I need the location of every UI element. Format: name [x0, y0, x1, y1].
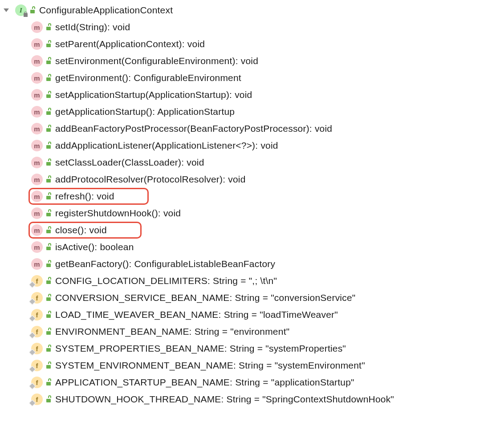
field-icon: f [31, 275, 43, 287]
field-icon: f [31, 377, 43, 388]
method-icon: m [31, 241, 43, 253]
node-label: setApplicationStartup(ApplicationStartup… [55, 89, 252, 100]
method-icon: m [31, 123, 43, 134]
tree-node-method[interactable]: msetParent(ApplicationContext): void [4, 36, 500, 53]
method-icon: m [31, 72, 43, 84]
method-icon: m [31, 191, 43, 202]
tree-node-method[interactable]: msetClassLoader(ClassLoader): void [4, 154, 500, 171]
node-label: addProtocolResolver(ProtocolResolver): v… [55, 174, 246, 185]
method-icon: m [31, 174, 43, 185]
unlocked-icon [45, 75, 52, 81]
structure-tree: IConfigurableApplicationContextmsetId(St… [4, 2, 500, 408]
tree-node-method[interactable]: mgetBeanFactory(): ConfigurableListableB… [4, 256, 500, 272]
tree-node-method[interactable]: mgetEnvironment(): ConfigurableEnvironme… [4, 69, 500, 86]
unlocked-icon [45, 295, 52, 301]
node-label: SYSTEM_PROPERTIES_BEAN_NAME: String = "s… [55, 343, 346, 354]
node-label: getEnvironment(): ConfigurableEnvironmen… [55, 73, 241, 83]
node-label: LOAD_TIME_WEAVER_BEAN_NAME: String = "lo… [55, 309, 338, 320]
node-label: ENVIRONMENT_BEAN_NAME: String = "environ… [55, 326, 289, 337]
unlocked-icon [45, 312, 52, 318]
tree-node-field[interactable]: fSYSTEM_PROPERTIES_BEAN_NAME: String = "… [4, 340, 500, 357]
unlocked-icon [45, 278, 52, 284]
unlocked-icon [45, 159, 52, 166]
tree-node-method[interactable]: msetId(String): void [4, 19, 500, 36]
method-icon: m [31, 89, 43, 101]
unlocked-icon [45, 109, 52, 115]
unlocked-icon [45, 176, 52, 183]
node-label: SYSTEM_ENVIRONMENT_BEAN_NAME: String = "… [55, 360, 365, 371]
node-label: ConfigurableApplicationContext [39, 5, 173, 16]
node-label: CONVERSION_SERVICE_BEAN_NAME: String = "… [55, 292, 355, 303]
node-label: setId(String): void [55, 22, 130, 32]
unlocked-icon [45, 24, 52, 30]
method-icon: m [31, 207, 43, 219]
tree-node-field[interactable]: fCONVERSION_SERVICE_BEAN_NAME: String = … [4, 289, 500, 306]
unlocked-icon [45, 329, 52, 335]
method-icon: m [31, 38, 43, 50]
node-label: registerShutdownHook(): void [55, 208, 181, 219]
field-icon: f [31, 309, 43, 320]
tree-node-method[interactable]: misActive(): boolean [4, 239, 500, 256]
tree-node-field[interactable]: fCONFIG_LOCATION_DELIMITERS: String = ",… [4, 272, 500, 289]
node-label: CONFIG_LOCATION_DELIMITERS: String = ",;… [55, 276, 277, 286]
method-icon: m [31, 140, 43, 151]
node-label: isActive(): boolean [55, 242, 134, 252]
tree-node-field[interactable]: fLOAD_TIME_WEAVER_BEAN_NAME: String = "l… [4, 306, 500, 323]
method-icon: m [31, 224, 43, 236]
tree-node-field[interactable]: fSYSTEM_ENVIRONMENT_BEAN_NAME: String = … [4, 357, 500, 374]
node-label: setEnvironment(ConfigurableEnvironment):… [55, 56, 258, 66]
field-icon: f [31, 292, 43, 304]
tree-node-method[interactable]: maddProtocolResolver(ProtocolResolver): … [4, 171, 500, 188]
tree-node-method[interactable]: mrefresh(): void [4, 188, 500, 205]
tree-node-method[interactable]: mregisterShutdownHook(): void [4, 205, 500, 222]
interface-icon: I [15, 4, 27, 16]
node-label: setParent(ApplicationContext): void [55, 39, 205, 49]
tree-node-field[interactable]: fENVIRONMENT_BEAN_NAME: String = "enviro… [4, 323, 500, 340]
unlocked-icon [45, 126, 52, 132]
node-label: close(): void [55, 225, 107, 235]
tree-node-method[interactable]: mgetApplicationStartup(): ApplicationSta… [4, 103, 500, 120]
unlocked-icon [45, 396, 52, 402]
tree-node-method[interactable]: mclose(): void [4, 222, 500, 239]
field-icon: f [31, 393, 43, 405]
node-label: SHUTDOWN_HOOK_THREAD_NAME: String = "Spr… [55, 394, 394, 405]
method-icon: m [31, 258, 43, 270]
method-icon: m [31, 21, 43, 33]
unlocked-icon [45, 142, 52, 149]
tree-node-method[interactable]: maddApplicationListener(ApplicationListe… [4, 137, 500, 154]
node-label: getBeanFactory(): ConfigurableListableBe… [55, 259, 275, 269]
node-label: addApplicationListener(ApplicationListen… [55, 140, 278, 151]
field-icon: f [31, 343, 43, 354]
tree-node-method[interactable]: maddBeanFactoryPostProcessor(BeanFactory… [4, 120, 500, 137]
unlocked-icon [45, 261, 52, 267]
node-label: APPLICATION_STARTUP_BEAN_NAME: String = … [55, 377, 354, 388]
unlocked-icon [45, 41, 52, 47]
disclosure-triangle-icon[interactable] [4, 8, 9, 12]
tree-node-field[interactable]: fAPPLICATION_STARTUP_BEAN_NAME: String =… [4, 374, 500, 391]
method-icon: m [31, 55, 43, 67]
node-label: refresh(): void [55, 191, 114, 202]
method-icon: m [31, 157, 43, 168]
tree-node-method[interactable]: msetApplicationStartup(ApplicationStartu… [4, 86, 500, 103]
field-icon: f [31, 360, 43, 371]
node-label: getApplicationStartup(): ApplicationStar… [55, 106, 235, 117]
unlocked-icon [45, 92, 52, 98]
unlocked-icon [45, 193, 52, 199]
field-icon: f [31, 326, 43, 337]
unlocked-icon [29, 7, 36, 13]
tree-node-field[interactable]: fSHUTDOWN_HOOK_THREAD_NAME: String = "Sp… [4, 391, 500, 408]
node-label: addBeanFactoryPostProcessor(BeanFactoryP… [55, 123, 332, 134]
tree-node-method[interactable]: msetEnvironment(ConfigurableEnvironment)… [4, 53, 500, 69]
unlocked-icon [45, 345, 52, 352]
node-label: setClassLoader(ClassLoader): void [55, 157, 204, 168]
unlocked-icon [45, 210, 52, 216]
unlocked-icon [45, 379, 52, 385]
method-icon: m [31, 106, 43, 118]
unlocked-icon [45, 58, 52, 64]
unlocked-icon [45, 227, 52, 233]
unlocked-icon [45, 362, 52, 369]
unlocked-icon [45, 244, 52, 250]
tree-node-root[interactable]: IConfigurableApplicationContext [4, 2, 500, 19]
